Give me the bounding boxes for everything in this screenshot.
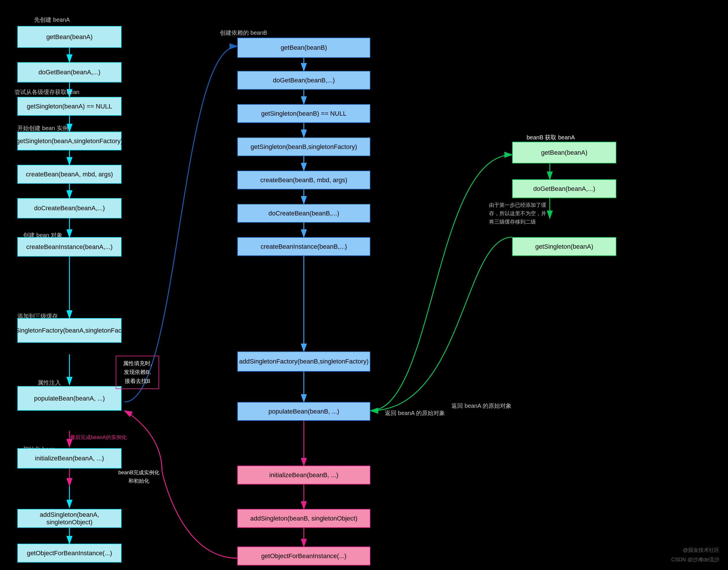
box-beanA-doGetBean: doGetBean(beanA,...) — [17, 62, 122, 82]
label-start-create: 开始创建 bean 实例 — [17, 124, 68, 132]
box-beanA-addSingleton: addSingleton(beanA, singletonObject) — [17, 509, 122, 528]
box-beanA-getSingleton: getSingleton(beanA,singletonFactory) — [17, 131, 122, 151]
box-beanA-initializeBean: initializeBean(beanA, ...) — [17, 448, 122, 469]
label-create-beanB: 创建依赖的 beanB — [220, 29, 267, 37]
box-beanA-createBeanInstance: createBeanInstance(beanA,...) — [17, 237, 122, 257]
box-earlyRef-getBean: getBean(beanA) — [512, 142, 616, 164]
box-beanB-getObjectForBeanInstance: getObjectForBeanInstance(...) — [237, 547, 370, 565]
label-beanB-done: beanB完成实例化和初始化 — [116, 469, 162, 485]
box-beanB-populateBean: populateBean(beanB, ...) — [237, 402, 370, 421]
box-beanB-doCreateBean: doCreateBean(beanB,...) — [237, 204, 370, 223]
label-property-inject: 属性注入 — [38, 379, 61, 387]
box-beanA-getSingletonNull: getSingleton(beanA) == NULL — [17, 97, 122, 116]
box-beanA-getObjectForBeanInstance: getObjectForBeanInstance(...) — [17, 544, 122, 562]
box-beanA-doCreateBean: doCreateBean(beanA,...) — [17, 198, 122, 218]
box-beanB-addSingleton: addSingleton(beanB, singletonObject) — [237, 509, 370, 528]
watermark: @掘金技术社区 CSDN @沙滩de流沙 — [671, 545, 719, 564]
box-beanB-createBean: createBean(beanB, mbd, args) — [237, 171, 370, 190]
label-create-beanA: 先创建 beanA — [34, 16, 70, 24]
box-beanB-initializeBean: initializeBean(beanB, ...) — [237, 466, 370, 484]
box-beanA-addSingletonFactory: addSingletonFactory(beanA,singletonFacto… — [17, 318, 122, 343]
box-beanA-populateBean: populateBean(beanA, ...) — [17, 386, 122, 411]
box-beanB-getSingletonNull: getSingleton(beanB) == NULL — [237, 104, 370, 123]
box-beanB-addSingletonFactory: addSingletonFactory(beanB,singletonFacto… — [237, 351, 370, 372]
box-earlyRef-getSingleton: getSingleton(beanA) — [512, 237, 616, 256]
note-cache-info: 由于第一步已经添加了缓存，所以这里不为空，并将三级缓存移到二级 — [489, 201, 610, 226]
box-beanB-doGetBean: doGetBean(beanB,...) — [237, 71, 370, 90]
box-beanA-getBean: getBean(beanA) — [17, 26, 122, 48]
box-beanA-createBean: createBean(beanA, mbd, args) — [17, 165, 122, 184]
label-try-cache: 尝试从各级缓存获取bean — [14, 88, 79, 96]
diagram-container: 先创建 beanA 尝试从各级缓存获取bean 开始创建 bean 实例 创建 … — [0, 0, 728, 570]
box-beanB-getSingleton: getSingleton(beanB,singletonFactory) — [237, 137, 370, 156]
label-return-beanA-obj: 返回 beanA 的原始对象 — [451, 402, 512, 410]
label-finalize-beanA: 最后完成beanA的实例化 — [58, 434, 139, 441]
note-find-dependency-b: 属性填充时,发现依赖B,接着去找B — [116, 356, 159, 389]
label-return-original: 返回 beanA 的原始对象 — [385, 409, 445, 417]
box-beanB-createBeanInstance: createBeanInstance(beanB,...) — [237, 237, 370, 256]
box-beanB-getBean: getBean(beanB) — [237, 38, 370, 58]
box-earlyRef-doGetBean: doGetBean(beanA,...) — [512, 179, 616, 198]
